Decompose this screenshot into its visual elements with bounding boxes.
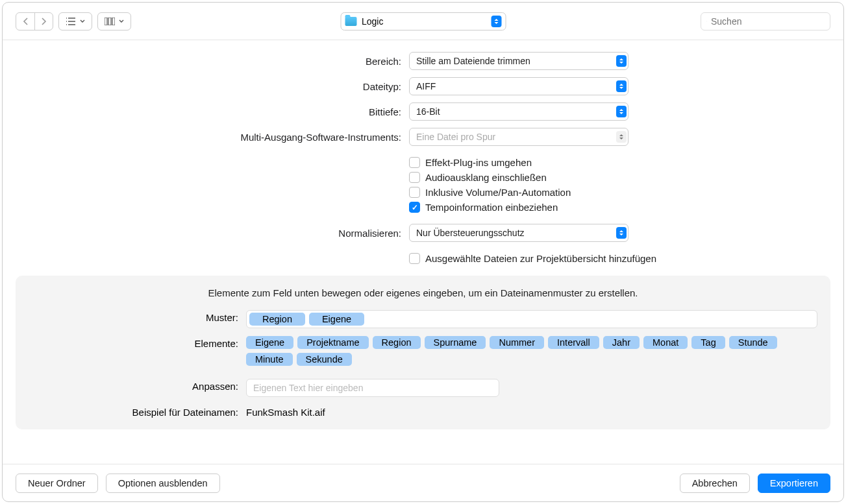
elements-tag-list: EigeneProjektnameRegionSpurnameNummerInt… — [246, 336, 817, 366]
forward-button[interactable] — [34, 13, 53, 30]
search-field[interactable] — [701, 12, 830, 30]
svg-point-3 — [706, 21, 707, 21]
element-tag[interactable]: Nummer — [490, 336, 544, 349]
include-tail-checkbox[interactable] — [409, 172, 420, 183]
list-icon — [66, 18, 76, 25]
multi-select[interactable]: Eine Datei pro Spur — [409, 128, 628, 146]
element-tag[interactable]: Projektname — [297, 336, 368, 349]
element-tag[interactable]: Minute — [246, 353, 293, 366]
muster-label: Muster: — [29, 310, 246, 323]
search-icon — [706, 17, 707, 26]
chevron-right-icon — [41, 18, 47, 25]
new-folder-button[interactable]: Neuer Ordner — [16, 474, 98, 493]
beispiel-label: Beispiel für Dateinamen: — [29, 405, 246, 418]
view-list-button[interactable] — [58, 12, 92, 30]
updown-icon — [491, 16, 501, 27]
dateityp-label: Dateityp: — [16, 81, 409, 92]
search-input[interactable] — [711, 16, 825, 27]
add-to-project-checkbox[interactable] — [409, 253, 420, 264]
updown-icon — [616, 106, 627, 117]
bittiefe-label: Bittiefe: — [16, 106, 409, 117]
group-icon — [105, 18, 115, 25]
pattern-input[interactable]: RegionEigene — [246, 310, 817, 328]
include-automation-checkbox[interactable] — [409, 187, 420, 198]
nav-button-group — [16, 12, 53, 30]
options-area: Bereich: Stille am Dateiende trimmen Dat… — [3, 40, 843, 464]
element-tag[interactable]: Eigene — [246, 336, 293, 349]
folder-name: Logic — [362, 16, 383, 27]
pattern-tag[interactable]: Eigene — [309, 313, 364, 326]
dialog-footer: Neuer Ordner Optionen ausblenden Abbrech… — [3, 464, 843, 501]
element-tag[interactable]: Intervall — [548, 336, 599, 349]
toolbar: Logic — [3, 3, 843, 40]
chevron-left-icon — [23, 18, 29, 25]
cancel-button[interactable]: Abbrechen — [680, 474, 750, 493]
pattern-help-text: Elemente zum Feld unten bewegen oder eig… — [29, 287, 817, 298]
back-button[interactable] — [16, 13, 34, 30]
save-dialog: Logic Bereich: Stille am Dateiende trimm… — [2, 2, 844, 502]
normalisieren-label: Normalisieren: — [16, 228, 409, 239]
pattern-tag[interactable]: Region — [249, 313, 305, 326]
bittiefe-select[interactable]: 16-Bit — [409, 102, 628, 121]
include-automation-label: Inklusive Volume/Pan-Automation — [425, 187, 571, 198]
element-tag[interactable]: Spurname — [425, 336, 486, 349]
filename-pattern-panel: Elemente zum Feld unten bewegen oder eig… — [16, 276, 830, 429]
normalisieren-select[interactable]: Nur Übersteuerungsschutz — [409, 224, 628, 242]
folder-icon — [345, 17, 356, 26]
bypass-effects-label: Effekt-Plug-ins umgehen — [425, 157, 532, 168]
svg-rect-2 — [112, 18, 115, 25]
include-tempo-label: Tempoinformation einbeziehen — [425, 202, 558, 213]
chevron-down-icon — [119, 19, 124, 23]
example-filename: FunkSmash Kit.aif — [246, 405, 817, 418]
element-tag[interactable]: Monat — [643, 336, 688, 349]
dateityp-select[interactable]: AIFF — [409, 77, 628, 95]
element-tag[interactable]: Sekunde — [297, 353, 352, 366]
updown-icon — [616, 55, 627, 67]
element-tag[interactable]: Tag — [691, 336, 725, 349]
add-to-project-label: Ausgewählte Dateien zur Projektübersicht… — [425, 253, 656, 264]
bypass-effects-checkbox[interactable] — [409, 157, 420, 168]
updown-icon — [616, 227, 627, 239]
folder-location-select[interactable]: Logic — [340, 12, 506, 30]
anpassen-label: Anpassen: — [29, 379, 246, 392]
svg-rect-0 — [105, 18, 107, 25]
element-tag[interactable]: Region — [373, 336, 421, 349]
element-tag[interactable]: Jahr — [603, 336, 640, 349]
updown-icon — [616, 80, 627, 92]
export-button[interactable]: Exportieren — [758, 474, 830, 493]
include-tail-label: Audioausklang einschließen — [425, 172, 547, 183]
hide-options-button[interactable]: Optionen ausblenden — [106, 474, 220, 493]
multi-label: Multi-Ausgang-Software-Instruments: — [16, 132, 409, 143]
bereich-label: Bereich: — [16, 56, 409, 67]
element-tag[interactable]: Stunde — [729, 336, 777, 349]
bereich-select[interactable]: Stille am Dateiende trimmen — [409, 52, 628, 70]
updown-icon — [616, 131, 627, 143]
chevron-down-icon — [80, 19, 85, 23]
include-tempo-checkbox[interactable] — [409, 202, 420, 213]
custom-text-input[interactable] — [246, 379, 499, 397]
svg-rect-1 — [108, 18, 111, 25]
elemente-label: Elemente: — [29, 336, 246, 349]
view-group-button[interactable] — [97, 12, 131, 30]
